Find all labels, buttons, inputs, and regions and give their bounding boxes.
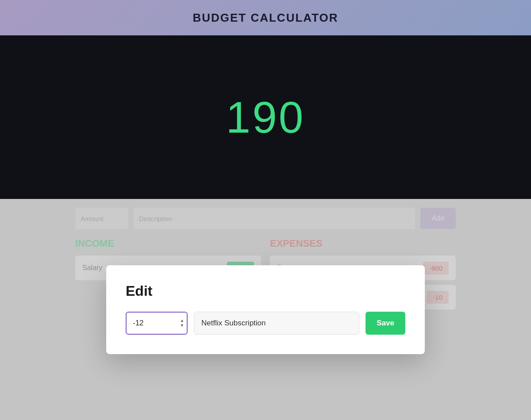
modal-fields: ▲ ▼ Save bbox=[126, 312, 405, 335]
balance-section: 190 bbox=[0, 35, 531, 199]
main-content: Add INCOME Salary 1000 EXPENSES Rent -80… bbox=[0, 199, 531, 420]
modal-amount-wrapper: ▲ ▼ bbox=[126, 312, 188, 335]
edit-modal: Edit ▲ ▼ Save bbox=[106, 265, 425, 354]
balance-amount: 190 bbox=[226, 92, 305, 143]
modal-description-input[interactable] bbox=[194, 312, 359, 335]
modal-overlay: Edit ▲ ▼ Save bbox=[0, 199, 531, 420]
app-title: BUDGET CALCULATOR bbox=[192, 11, 338, 25]
save-button[interactable]: Save bbox=[366, 312, 405, 335]
modal-title: Edit bbox=[126, 283, 405, 299]
modal-amount-input[interactable] bbox=[126, 312, 188, 335]
app-header: BUDGET CALCULATOR bbox=[0, 0, 531, 35]
